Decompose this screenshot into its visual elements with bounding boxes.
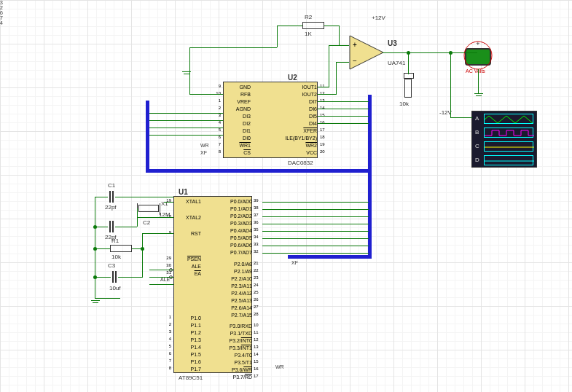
pin-stub xyxy=(164,233,173,234)
wire xyxy=(329,45,329,87)
wire xyxy=(115,227,137,227)
u1-nums-right-top: 3938373635343332 xyxy=(254,197,259,255)
scope-wave-d xyxy=(484,155,533,165)
pin-stub xyxy=(164,202,173,203)
r2-val: 1K xyxy=(305,31,312,37)
u1-pins-right-bot: P3.0/RXDP3.1/TXDP3.2/INT0P3.3/INT1P3.4/T… xyxy=(217,323,252,381)
u2-pins-right: IOUT1IOUT2DI7DI6DI5DI4XFERILE(BY1/BY2)WR… xyxy=(277,84,317,157)
junction xyxy=(93,275,97,279)
wire xyxy=(318,123,369,124)
gnd-u2l xyxy=(182,71,191,79)
scope-ch-b: B xyxy=(475,129,482,136)
u1-ref: U1 xyxy=(179,188,188,196)
u2-nums-left: 91012345678 xyxy=(208,82,221,155)
wire xyxy=(95,197,108,197)
u3-ref: U3 xyxy=(388,39,397,47)
wire xyxy=(262,253,369,254)
wire xyxy=(149,120,223,121)
wire xyxy=(189,47,277,48)
wire xyxy=(408,52,409,74)
pot xyxy=(404,73,414,79)
wire xyxy=(95,298,120,299)
scope-wave-b xyxy=(484,128,533,138)
wire xyxy=(95,277,111,278)
c3-val: 10uf xyxy=(109,285,121,291)
r1-ref: R1 xyxy=(111,238,119,244)
wire xyxy=(262,224,369,224)
wire xyxy=(149,128,223,128)
wire xyxy=(336,62,349,63)
wire xyxy=(262,216,369,217)
u2-nums-right: 11121314151617181920 xyxy=(320,82,325,155)
bus-v1 xyxy=(146,101,149,173)
u1-part: AT89C51 xyxy=(179,375,203,381)
resistor-r3 xyxy=(404,79,412,98)
u2-part: DAC0832 xyxy=(288,160,313,166)
c1-ref: C1 xyxy=(108,182,115,189)
wire xyxy=(318,109,369,109)
net-wr-r: WR xyxy=(275,364,284,369)
bus-h1 xyxy=(146,169,372,173)
gnd-meter xyxy=(474,93,483,101)
wire xyxy=(339,26,340,46)
scope-ch-c: C xyxy=(475,143,482,149)
pin-stub xyxy=(149,270,173,270)
u2-ref: U2 xyxy=(288,74,297,82)
junction xyxy=(141,247,144,251)
wire xyxy=(262,246,369,246)
svg-text:+: + xyxy=(353,41,357,49)
wire xyxy=(277,26,278,47)
u1-pins-left-bot: P1.0P1.1P1.2P1.3P1.4P1.5P1.6P1.7 xyxy=(176,315,201,373)
scope-ch-d: D xyxy=(475,157,482,163)
oscilloscope: A B C D xyxy=(471,111,537,168)
net-xf-r: XF xyxy=(291,260,298,265)
junction xyxy=(407,51,410,55)
wire xyxy=(142,233,143,277)
wire xyxy=(336,62,337,95)
u1-nums-right-bot: 1011121314151617 xyxy=(254,321,259,380)
scope-wave-a xyxy=(484,114,533,124)
scope-wave-c xyxy=(484,141,533,152)
wire xyxy=(450,52,451,118)
vcc-label: +12V xyxy=(372,15,385,21)
wire xyxy=(262,238,369,239)
r2-ref: R2 xyxy=(305,14,312,20)
wire xyxy=(115,197,173,197)
pin-stub xyxy=(149,277,173,278)
pin-stub xyxy=(149,284,173,285)
wire xyxy=(118,277,143,278)
u3-pin6: 6 xyxy=(0,10,572,15)
u1-nums-right-mid: 2122232425262728 xyxy=(254,259,259,318)
wire xyxy=(318,101,369,102)
gnd-left xyxy=(91,300,100,307)
u3-pin4: 4 xyxy=(0,20,572,26)
r1-val: 10k xyxy=(111,254,121,260)
junction xyxy=(93,225,97,229)
wire xyxy=(318,116,369,117)
net-xf-l: XF xyxy=(200,150,207,155)
wire xyxy=(318,94,336,95)
wire xyxy=(450,117,472,118)
scope-ch-a: A xyxy=(475,115,482,122)
bus-h2 xyxy=(288,255,372,259)
r3-val: 10k xyxy=(399,101,409,107)
cap-c1 xyxy=(108,191,114,204)
wire xyxy=(95,248,110,249)
u2-pins-left: GNDRFBVREFAGNDDI3DI2DI1DI0WR1CS xyxy=(225,84,251,157)
wire xyxy=(318,87,329,87)
junction xyxy=(93,247,97,251)
bus-v2 xyxy=(368,95,372,256)
wire xyxy=(478,69,479,93)
crystal-x1 xyxy=(138,205,159,212)
wire xyxy=(149,113,223,114)
u1-pins-right-top: P0.0/AD0P0.1/AD1P0.2/AD2P0.3/AD3P0.4/AD4… xyxy=(217,198,252,256)
u1-pins-right-mid: P2.0/A8P2.1/A9P2.2/A10P2.3/A11P2.4/A12P2… xyxy=(217,261,252,319)
wire xyxy=(189,94,223,95)
svg-point-3 xyxy=(464,42,492,69)
wire xyxy=(324,26,339,26)
pin-stub xyxy=(164,217,173,218)
c1-val: 22pf xyxy=(105,204,117,211)
cap-c2 xyxy=(108,221,114,234)
u3-part: UA741 xyxy=(388,60,405,66)
wire xyxy=(383,52,477,53)
